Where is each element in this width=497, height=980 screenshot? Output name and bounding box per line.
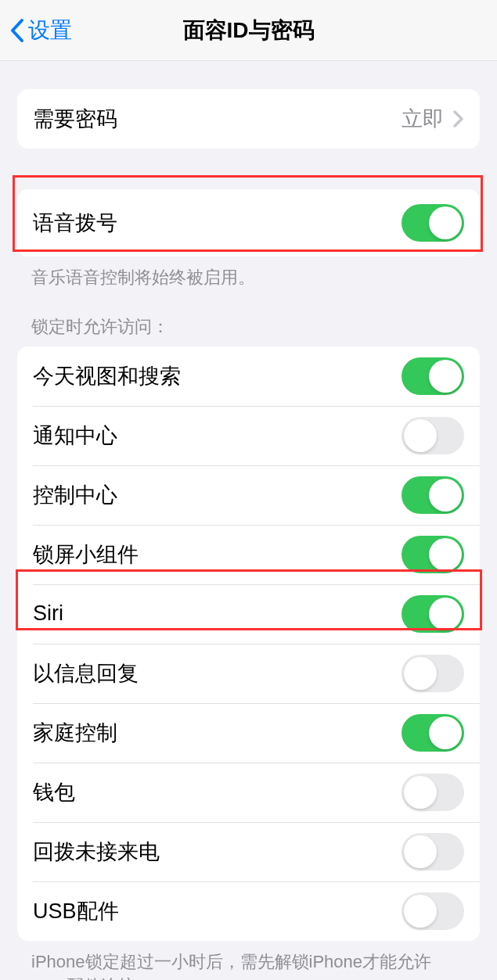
wallet-row: 钱包	[17, 763, 480, 822]
wallet-label: 钱包	[33, 778, 75, 806]
navigation-header: 设置 面容ID与密码	[0, 0, 497, 61]
today-view-row: 今天视图和搜索	[17, 346, 480, 406]
lock-access-header: 锁定时允许访问：	[0, 290, 497, 346]
reply-with-message-row: 以信息回复	[17, 644, 480, 703]
reply-with-message-label: 以信息回复	[33, 659, 139, 687]
lock-screen-widgets-toggle[interactable]	[402, 536, 464, 573]
siri-toggle[interactable]	[402, 595, 464, 633]
voice-dial-row: 语音拨号	[17, 189, 480, 257]
lock-access-footer: iPhone锁定超过一小时后，需先解锁iPhone才能允许USB配件连接。	[0, 941, 497, 980]
notification-center-label: 通知中心	[33, 422, 117, 450]
require-passcode-row[interactable]: 需要密码 立即	[17, 89, 480, 149]
today-view-label: 今天视图和搜索	[33, 362, 181, 390]
return-missed-calls-toggle[interactable]	[402, 833, 464, 871]
voice-dial-group: 语音拨号	[17, 189, 480, 257]
require-passcode-value: 立即	[402, 105, 444, 133]
lock-access-group: 今天视图和搜索 通知中心 控制中心 锁屏小组件 Siri 以信息回复 家庭控制	[17, 346, 480, 941]
today-view-toggle[interactable]	[402, 357, 464, 395]
voice-dial-footer: 音乐语音控制将始终被启用。	[0, 257, 497, 290]
back-label: 设置	[28, 16, 72, 45]
siri-row: Siri	[17, 584, 480, 644]
wallet-toggle[interactable]	[402, 774, 464, 811]
home-control-toggle[interactable]	[402, 714, 464, 752]
siri-label: Siri	[33, 601, 63, 626]
page-title: 面容ID与密码	[183, 16, 315, 45]
home-control-label: 家庭控制	[33, 719, 117, 747]
chevron-left-icon	[9, 18, 25, 43]
return-missed-calls-row: 回拨未接来电	[17, 822, 480, 881]
control-center-row: 控制中心	[17, 465, 480, 525]
usb-accessories-label: USB配件	[33, 897, 119, 925]
notification-center-toggle[interactable]	[402, 417, 464, 454]
lock-screen-widgets-row: 锁屏小组件	[17, 525, 480, 584]
voice-dial-toggle[interactable]	[402, 204, 464, 242]
return-missed-calls-label: 回拨未接来电	[33, 838, 160, 866]
usb-accessories-row: USB配件	[17, 881, 480, 941]
passcode-group: 需要密码 立即	[17, 89, 480, 149]
back-button[interactable]: 设置	[0, 16, 72, 45]
voice-dial-label: 语音拨号	[33, 209, 117, 237]
notification-center-row: 通知中心	[17, 406, 480, 465]
lock-screen-widgets-label: 锁屏小组件	[33, 540, 139, 569]
home-control-row: 家庭控制	[17, 703, 480, 763]
control-center-label: 控制中心	[33, 481, 117, 509]
reply-with-message-toggle[interactable]	[402, 655, 464, 692]
require-passcode-label: 需要密码	[33, 105, 117, 133]
control-center-toggle[interactable]	[402, 476, 464, 514]
chevron-right-icon	[453, 110, 464, 127]
usb-accessories-toggle[interactable]	[402, 892, 464, 930]
